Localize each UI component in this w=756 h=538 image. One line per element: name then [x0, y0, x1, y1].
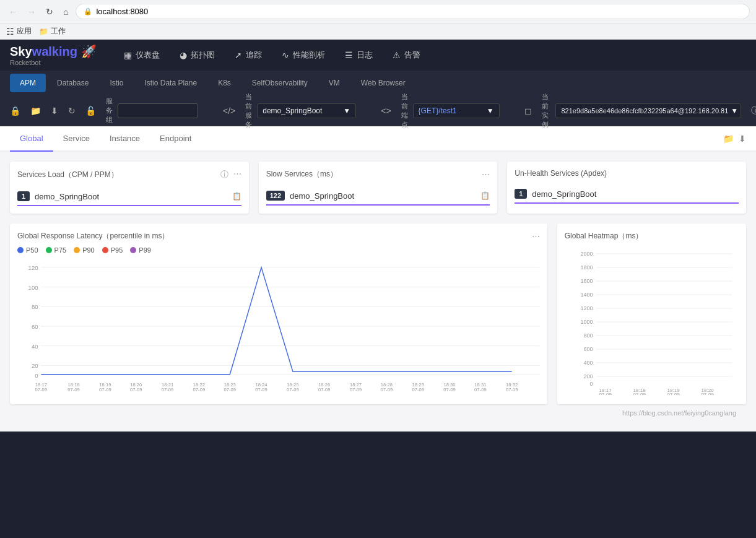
- current-endpoint-select[interactable]: {GET}/test1 ▼: [413, 103, 500, 118]
- latency-chart-container: 120 100 80 60 40 20 0 18:17 07-09 18:18: [17, 259, 540, 397]
- svg-text:07-09: 07-09: [350, 387, 362, 393]
- refresh-button[interactable]: ↻: [43, 6, 56, 18]
- svg-text:0: 0: [35, 372, 38, 379]
- nav-profiling[interactable]: ∿ 性能剖析: [273, 45, 334, 66]
- legend-p90: P90: [74, 246, 95, 254]
- legend-p75: P75: [46, 246, 67, 254]
- refresh-filter-icon[interactable]: ↻: [68, 106, 76, 116]
- service-load-item-0: 1 demo_SpringBoot 📋: [17, 188, 241, 206]
- folder-tab-icon[interactable]: 📁: [723, 134, 734, 144]
- tab-apm[interactable]: APM: [10, 74, 46, 92]
- legend-p99: P99: [130, 246, 151, 254]
- bookmark-work[interactable]: 📁 工作: [39, 26, 66, 37]
- svg-text:07-09: 07-09: [193, 387, 206, 393]
- filter-bar: 🔒 📁 ⬇ ↻ 🔓 服务组 </> 当前服务 demo_SpringBoot ▼…: [0, 95, 756, 126]
- tab-k8s[interactable]: K8s: [208, 74, 241, 92]
- tab-endpoint[interactable]: Endpoint: [150, 126, 201, 152]
- home-button[interactable]: ⌂: [61, 6, 71, 18]
- svg-text:100: 100: [28, 284, 38, 291]
- tab-web-browser[interactable]: Web Browser: [351, 74, 415, 92]
- apps-icon: ☷: [6, 27, 14, 37]
- logo-text: Skywalking 🚀: [10, 44, 97, 59]
- chevron-down-icon-3: ▼: [731, 106, 738, 115]
- bookmarks-bar: ☷ 应用 📁 工作: [0, 23, 756, 39]
- svg-text:1000: 1000: [580, 319, 593, 325]
- more-card-icon[interactable]: ⋯: [233, 169, 241, 180]
- tab-vm[interactable]: VM: [319, 74, 350, 92]
- bookmark-apps[interactable]: ☷ 应用: [6, 26, 32, 37]
- info-card-icon[interactable]: ⓘ: [220, 169, 228, 180]
- unhealthy-services-card: Un-Health Services (Apdex) 1 demo_Spring…: [507, 162, 746, 214]
- heatmap-chart-header: Global Heatmap（ms）: [565, 231, 739, 241]
- nav-topology[interactable]: ◕ 拓扑图: [171, 45, 224, 66]
- tab-instance[interactable]: Instance: [100, 126, 150, 152]
- svg-text:07-09: 07-09: [287, 387, 299, 393]
- svg-text:0: 0: [589, 381, 593, 387]
- slow-service-name-0[interactable]: demo_SpringBoot: [290, 191, 476, 201]
- tab-service[interactable]: Service: [53, 126, 100, 152]
- unhealthy-services-title: Un-Health Services (Apdex): [515, 169, 607, 178]
- p50-dot: [17, 247, 24, 253]
- unhealthy-service-name-0[interactable]: demo_SpringBoot: [532, 189, 739, 199]
- download-tab-icon[interactable]: ⬇: [739, 134, 746, 144]
- service-group-label: 服务组: [106, 97, 113, 124]
- nav-dashboard[interactable]: ▦ 仪表盘: [115, 45, 168, 66]
- nav-trace[interactable]: ➚ 追踪: [226, 45, 271, 66]
- legend-p95: P95: [102, 246, 123, 254]
- topology-icon: ◕: [180, 50, 187, 60]
- slow-services-card: Slow Services（ms） ⋯ 122 demo_SpringBoot …: [259, 162, 498, 214]
- heatmap-chart-container: 2000 1800 1600 1400 1200 1000 800 600 40…: [565, 246, 739, 397]
- folder-filter-icon[interactable]: 📁: [30, 106, 41, 116]
- svg-text:07-09: 07-09: [506, 387, 518, 393]
- slow-services-actions: ⋯: [482, 170, 490, 179]
- nav-alarm[interactable]: ⚠ 告警: [384, 45, 429, 66]
- tab-istio[interactable]: Istio: [100, 74, 133, 92]
- current-service-select[interactable]: demo_SpringBoot ▼: [257, 103, 356, 118]
- info-icon[interactable]: ⓘ: [751, 105, 756, 116]
- current-endpoint-filter: 当前端点 {GET}/test1 ▼: [401, 92, 500, 129]
- latency-more-icon[interactable]: ⋯: [532, 232, 540, 241]
- lock2-filter-icon[interactable]: 🔓: [85, 106, 96, 116]
- copy-slow-icon-0[interactable]: 📋: [480, 191, 490, 200]
- tab-self-observability[interactable]: SelfObservability: [242, 74, 318, 92]
- logs-icon: ☰: [345, 50, 353, 60]
- svg-text:200: 200: [583, 373, 593, 380]
- tab-istio-data-plane[interactable]: Istio Data Plane: [134, 74, 207, 92]
- nav-logs[interactable]: ☰ 日志: [336, 45, 381, 66]
- current-service-label: 当前服务: [245, 92, 252, 129]
- latency-svg-chart: 120 100 80 60 40 20 0 18:17 07-09 18:18: [17, 259, 540, 395]
- more-slow-icon[interactable]: ⋯: [482, 170, 490, 179]
- svg-text:07-09: 07-09: [99, 387, 111, 393]
- svg-text:07-09: 07-09: [701, 392, 714, 395]
- tab-global[interactable]: Global: [10, 126, 53, 152]
- svg-text:07-09: 07-09: [599, 392, 612, 395]
- back-button[interactable]: ←: [6, 6, 20, 18]
- forward-button[interactable]: →: [25, 6, 38, 18]
- svg-text:20: 20: [32, 362, 38, 369]
- services-load-actions: ⓘ ⋯: [220, 169, 241, 180]
- address-bar[interactable]: 🔒 localhost:8080: [76, 4, 750, 19]
- p99-dot: [130, 247, 136, 253]
- svg-text:1400: 1400: [580, 292, 593, 298]
- lock-filter-icon[interactable]: 🔒: [10, 106, 20, 116]
- chevron-down-icon: ▼: [343, 106, 350, 115]
- heatmap-svg-chart: 2000 1800 1600 1400 1200 1000 800 600 40…: [565, 246, 739, 395]
- svg-text:07-09: 07-09: [667, 392, 680, 395]
- profiling-icon: ∿: [282, 50, 289, 60]
- current-instance-select[interactable]: 821e9d8a5e8e46de86cfcfb232295a64@192.168…: [555, 103, 741, 118]
- tab-database[interactable]: Database: [47, 74, 98, 92]
- svg-text:2000: 2000: [580, 251, 593, 257]
- instance-filter-icon[interactable]: ◻: [524, 106, 532, 116]
- endpoint-filter-icon[interactable]: <>: [381, 106, 391, 116]
- service-group-input[interactable]: [118, 103, 198, 118]
- charts-section: Global Response Latency（percentile in ms…: [10, 223, 746, 404]
- svg-text:07-09: 07-09: [67, 387, 80, 393]
- app-container: Skywalking 🚀 Rocketbot ▦ 仪表盘 ◕ 拓扑图 ➚ 追踪 …: [0, 40, 756, 538]
- download-filter-icon[interactable]: ⬇: [51, 106, 58, 116]
- svg-text:120: 120: [28, 264, 38, 271]
- slow-services-title: Slow Services（ms）: [266, 169, 337, 180]
- copy-icon-0[interactable]: 📋: [232, 192, 241, 201]
- code-filter-icon[interactable]: </>: [223, 106, 235, 116]
- footer-link[interactable]: https://blog.csdn.net/feiying0canglang: [10, 404, 746, 422]
- service-load-name-0[interactable]: demo_SpringBoot: [35, 192, 227, 201]
